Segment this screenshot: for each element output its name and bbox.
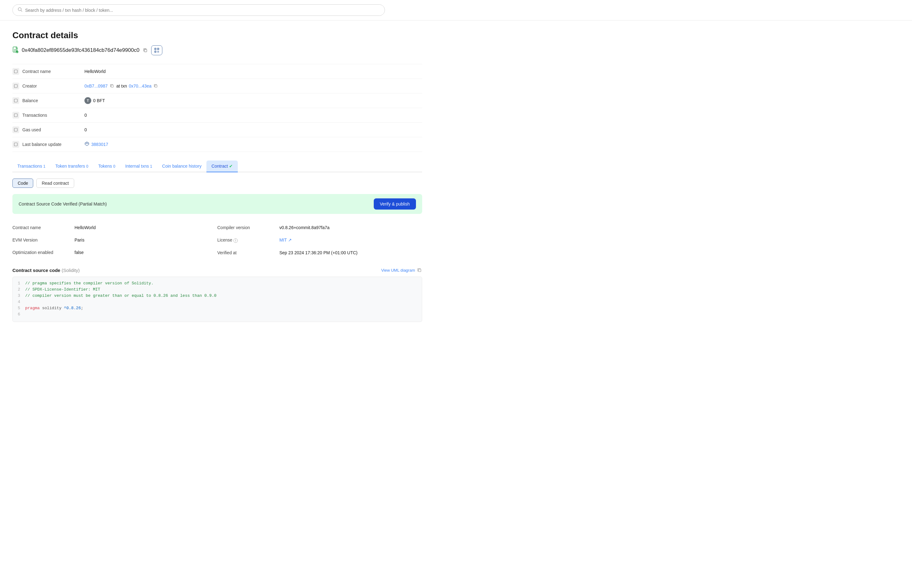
meta-value-compiler-version: v0.8.26+commit.8a97fa7a [279, 225, 330, 230]
license-info-icon[interactable]: i [233, 238, 238, 243]
contract-file-icon: ✓ [13, 47, 19, 54]
detail-icon-gas-used [13, 126, 19, 133]
svg-rect-24 [14, 114, 18, 117]
meta-label-license: License i [217, 237, 279, 243]
qr-code-button[interactable] [151, 45, 162, 55]
last-balance-update-link[interactable]: 3883017 [91, 142, 108, 147]
svg-text:✓: ✓ [16, 51, 18, 53]
copy-txn-button[interactable] [153, 84, 158, 89]
creator-txn-link[interactable]: 0x70...43ea [129, 84, 152, 89]
detail-icon-transactions [13, 112, 19, 119]
detail-label-contract-name: Contract name [23, 69, 84, 74]
meta-value-license: MIT ↗ [279, 237, 292, 243]
meta-row-contract-name: Contract name HelloWorld [13, 221, 217, 234]
contract-address-text: 0x40fa802ef89655de93fc436184cb76d74e9900… [22, 47, 139, 53]
copy-creator-button[interactable] [110, 84, 115, 89]
detail-value-gas-used: 0 [84, 127, 87, 132]
meta-label-evm-version: EVM Version [13, 237, 74, 242]
detail-icon-creator [13, 82, 19, 89]
contract-meta-left: Contract name HelloWorld EVM Version Par… [13, 221, 217, 259]
view-uml-link[interactable]: View UML diagram [381, 268, 415, 273]
detail-label-creator: Creator [23, 84, 84, 89]
meta-row-verified-at: Verified at Sep 23 2024 17:36:20 PM (+01… [217, 247, 422, 259]
detail-label-transactions: Transactions [23, 113, 84, 118]
code-line-1: 1 // pragma specifies the compiler versi… [13, 281, 422, 287]
contract-address-row: ✓ 0x40fa802ef89655de93fc436184cb76d74e99… [13, 45, 422, 55]
tab-contract-check: ✔ [229, 164, 233, 169]
verified-banner-text: Contract Source Code Verified (Partial M… [19, 202, 369, 207]
detail-value-last-balance-update: 3883017 [84, 141, 108, 147]
svg-rect-13 [158, 49, 159, 49]
detail-value-creator: 0xB7...0987 at txn 0x70...43ea [84, 84, 158, 89]
svg-rect-14 [155, 52, 156, 52]
token-badge: T [84, 97, 91, 104]
tab-token-transfers[interactable]: Token transfers 0 [50, 160, 93, 172]
meta-value-evm-version: Paris [74, 237, 84, 242]
detail-row-gas-used: Gas used 0 [13, 123, 422, 137]
detail-value-transactions: 0 [84, 113, 87, 118]
svg-rect-8 [144, 49, 147, 52]
detail-row-last-balance-update: Last balance update 3883017 [13, 137, 422, 152]
contract-meta-right: Compiler version v0.8.26+commit.8a97fa7a… [217, 221, 422, 259]
tabs-row: Transactions 1 Token transfers 0 Tokens … [13, 160, 422, 172]
search-bar [13, 4, 385, 16]
balance-amount: 0 BFT [93, 98, 105, 103]
verify-publish-button[interactable]: Verify & publish [374, 199, 416, 210]
svg-rect-22 [155, 85, 157, 87]
copy-address-button[interactable] [142, 47, 148, 53]
details-grid: Contract name HelloWorld Creator 0xB7...… [13, 64, 422, 152]
subtab-code[interactable]: Code [13, 179, 33, 188]
tab-coin-balance-history[interactable]: Coin balance history [157, 160, 207, 172]
code-line-2: 2 // SPDX-License-Identifier: MIT [13, 287, 422, 293]
svg-rect-15 [157, 51, 158, 52]
detail-label-last-balance-update: Last balance update [23, 142, 84, 147]
detail-label-gas-used: Gas used [23, 127, 84, 132]
creator-address-link[interactable]: 0xB7...0987 [84, 84, 108, 89]
code-line-4: 4 [13, 299, 422, 305]
meta-row-optimization: Optimization enabled false [13, 246, 217, 258]
svg-rect-16 [158, 51, 159, 52]
tab-internal-txns[interactable]: Internal txns 1 [120, 160, 157, 172]
source-code-title: Contract source code (Solidity) [13, 268, 80, 273]
subtab-read-contract[interactable]: Read contract [36, 179, 74, 188]
main-content: Contract details ✓ 0x40fa802ef89655de93f… [0, 21, 434, 332]
meta-value-optimization: false [74, 250, 84, 255]
creator-at-txn: at txn [116, 84, 127, 89]
meta-label-verified-at: Verified at [217, 250, 279, 255]
tab-transactions[interactable]: Transactions 1 [13, 160, 50, 172]
detail-icon-last-balance-update [13, 141, 19, 148]
page-title: Contract details [13, 31, 422, 40]
detail-value-contract-name: HelloWorld [84, 69, 105, 74]
detail-value-balance: T 0 BFT [84, 97, 105, 104]
detail-icon-balance [13, 97, 19, 104]
detail-row-contract-name: Contract name HelloWorld [13, 64, 422, 79]
detail-icon-contract-name [13, 68, 19, 75]
meta-value-contract-name: HelloWorld [74, 225, 95, 230]
search-input[interactable] [25, 8, 379, 13]
tab-tokens[interactable]: Tokens 0 [94, 160, 120, 172]
detail-row-transactions: Transactions 0 [13, 108, 422, 123]
svg-rect-26 [14, 143, 18, 146]
code-line-3: 3 // compiler version must be greater th… [13, 293, 422, 299]
copy-uml-button[interactable] [417, 268, 422, 273]
license-link[interactable]: MIT ↗ [279, 237, 292, 242]
meta-row-license: License i MIT ↗ [217, 234, 422, 247]
detail-row-creator: Creator 0xB7...0987 at txn 0x70...43ea [13, 79, 422, 94]
tab-tokens-badge: 0 [113, 164, 115, 169]
svg-rect-19 [14, 70, 18, 73]
svg-rect-30 [418, 269, 421, 271]
svg-rect-20 [14, 84, 18, 87]
svg-line-28 [87, 143, 89, 144]
svg-line-29 [85, 143, 87, 144]
code-line-6: 6 [13, 312, 422, 318]
meta-label-compiler-version: Compiler version [217, 225, 279, 230]
view-uml-wrapper: View UML diagram [381, 268, 422, 273]
tab-internal-txns-badge: 1 [150, 164, 152, 169]
solidity-label: (Solidity) [61, 268, 79, 273]
svg-rect-23 [14, 99, 18, 102]
contract-meta-grid: Contract name HelloWorld EVM Version Par… [13, 221, 422, 259]
code-line-5: 5 pragma solidity ^0.8.26; [13, 305, 422, 312]
svg-rect-12 [155, 49, 156, 49]
source-code-label: Contract source code [13, 268, 60, 273]
tab-contract[interactable]: Contract ✔ [207, 160, 238, 172]
